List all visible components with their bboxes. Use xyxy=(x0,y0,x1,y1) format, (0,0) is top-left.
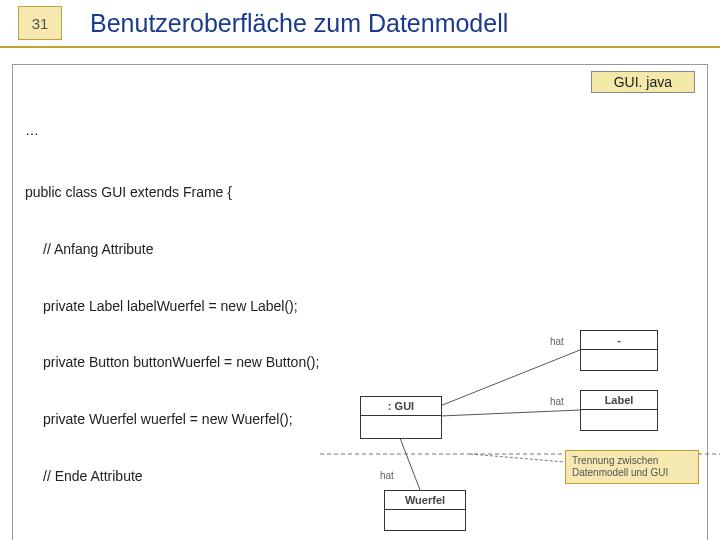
uml-button-box: - xyxy=(580,330,658,371)
code-line: public class GUI extends Frame { xyxy=(25,183,695,202)
uml-label-box: Label xyxy=(580,390,658,431)
uml-gui-box: : GUI xyxy=(360,396,442,439)
svg-line-1 xyxy=(440,410,580,416)
uml-note: Trennung zwischen Datenmodell und GUI xyxy=(565,450,699,484)
uml-box-name: Label xyxy=(581,391,657,410)
relation-label-3: hat xyxy=(380,470,394,481)
code-line: // Anfang Attribute xyxy=(25,240,695,259)
page-number: 31 xyxy=(18,6,62,40)
ellipsis-1: … xyxy=(25,121,695,140)
uml-diagram: hat hat hat : GUI - Label Wuerfel Trennu… xyxy=(320,330,720,540)
uml-box-name: : GUI xyxy=(361,397,441,416)
code-line: private Label labelWuerfel = new Label()… xyxy=(25,297,695,316)
filename-label: GUI. java xyxy=(591,71,695,93)
uml-box-name: - xyxy=(581,331,657,350)
relation-label-2: hat xyxy=(550,396,564,407)
svg-line-4 xyxy=(470,454,565,462)
svg-line-2 xyxy=(400,438,420,490)
uml-wuerfel-box: Wuerfel xyxy=(384,490,466,531)
relation-label-1: hat xyxy=(550,336,564,347)
uml-box-name: Wuerfel xyxy=(385,491,465,510)
page-title: Benutzeroberfläche zum Datenmodell xyxy=(90,9,508,38)
